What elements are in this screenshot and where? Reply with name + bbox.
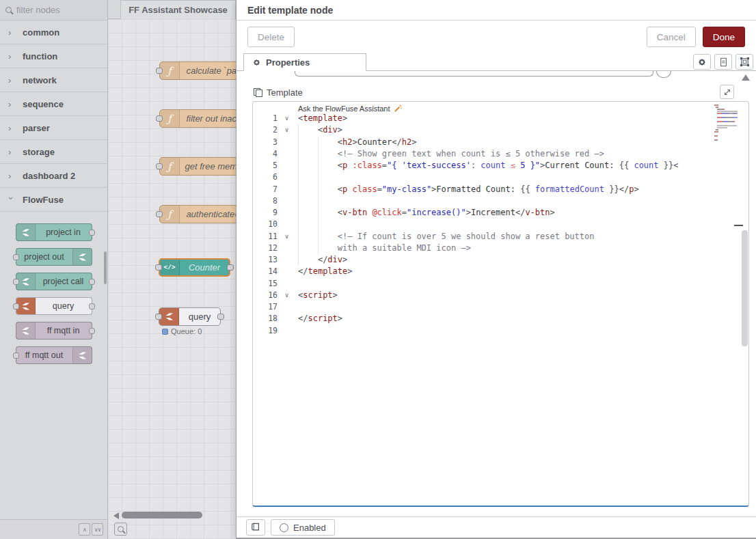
- editor-expand-button[interactable]: [720, 85, 734, 99]
- flowfuse-node-icon: [16, 273, 36, 290]
- document-icon: [719, 57, 728, 67]
- palette-category-sequence[interactable]: ›sequence: [0, 92, 107, 116]
- code-text[interactable]: [292, 301, 298, 313]
- gear-icon: [697, 57, 707, 67]
- palette-category-function[interactable]: ›function: [0, 44, 107, 68]
- flowfuse-node-icon: [72, 249, 92, 265]
- minimap-line: [714, 117, 739, 118]
- code-text[interactable]: [292, 195, 298, 207]
- palette-category-dashboard-2[interactable]: ›dashboard 2: [0, 164, 107, 188]
- code-text[interactable]: with a suitable MDI icon —>: [292, 243, 471, 254]
- minimap-line: [714, 111, 739, 112]
- canvas-search-button[interactable]: [114, 523, 127, 536]
- code-text[interactable]: <p :class="{ 'text-success': count ≤ 5 }…: [292, 160, 678, 171]
- flowfuse-icon: [20, 277, 31, 287]
- function-icon: ƒ: [160, 110, 180, 127]
- flowfuse-icon: [77, 350, 88, 361]
- code-icon: </>: [160, 260, 180, 275]
- tab-properties[interactable]: Properties: [243, 53, 366, 71]
- flow-node-get-free-memo[interactable]: ƒget free memo: [159, 157, 248, 176]
- code-text[interactable]: <!— Show green text when count is ≤ 5 ot…: [292, 148, 604, 160]
- node-red-editor: ›common›function›network›sequence›parser…: [0, 0, 756, 539]
- palette-search[interactable]: [0, 0, 107, 20]
- code-text[interactable]: </div>: [292, 254, 347, 266]
- flow-node-query[interactable]: query: [159, 307, 221, 326]
- code-text[interactable]: <p class="my-class">Formatted Count: {{ …: [292, 184, 639, 195]
- assistant-hint[interactable]: Ask the FlowFuse Assistant: [298, 104, 403, 113]
- palette-category-flowfuse[interactable]: ›FlowFuse: [0, 188, 107, 212]
- palette-node-project-out[interactable]: project out: [16, 248, 92, 266]
- scroll-up-indicator[interactable]: [742, 74, 750, 81]
- code-text[interactable]: <div>: [292, 124, 342, 136]
- input-port: [13, 254, 19, 260]
- done-button[interactable]: Done: [703, 27, 745, 47]
- palette-category-common[interactable]: ›common: [0, 20, 107, 44]
- delete-button[interactable]: Delete: [247, 27, 295, 47]
- chevron-right-icon: ›: [6, 197, 16, 203]
- palette-scrollbar[interactable]: [104, 251, 107, 284]
- code-text[interactable]: [292, 171, 298, 183]
- code-text[interactable]: </template>: [292, 266, 352, 277]
- search-input[interactable]: [16, 5, 92, 15]
- code-text[interactable]: <template>: [292, 113, 347, 124]
- palette-node-query[interactable]: query: [16, 297, 92, 315]
- palette-node-ff-mqtt-out[interactable]: ff mqtt out: [16, 346, 92, 364]
- book-icon: [251, 523, 260, 532]
- palette-expand-button[interactable]: ∨∨: [92, 523, 103, 536]
- minimap-line: [714, 107, 739, 108]
- code-text[interactable]: [292, 219, 298, 230]
- palette-category-storage[interactable]: ›storage: [0, 140, 107, 164]
- line-number: 12: [253, 243, 282, 254]
- node-palette: ›common›function›network›sequence›parser…: [0, 0, 108, 539]
- code-text[interactable]: [292, 278, 298, 290]
- code-text[interactable]: </script>: [292, 313, 342, 324]
- editor-minimap[interactable]: [714, 105, 739, 143]
- workspace-tab[interactable]: FF Assistant Showcase: [120, 0, 236, 19]
- flow-node-counter[interactable]: </>Counter: [159, 258, 230, 277]
- enabled-toggle-button[interactable]: Enabled: [271, 519, 335, 536]
- node-label: Counter: [180, 260, 229, 275]
- fold-toggle-icon[interactable]: ∨: [282, 124, 292, 136]
- properties-section-button[interactable]: [693, 54, 711, 70]
- minimap-line: [714, 133, 739, 135]
- name-field-remnant[interactable]: [295, 71, 653, 77]
- code-text[interactable]: <script>: [292, 290, 338, 301]
- line-number: 15: [253, 278, 282, 290]
- output-port: [217, 314, 224, 320]
- palette-node-project-in[interactable]: project in: [16, 223, 92, 241]
- code-line-5: 5 <p :class="{ 'text-success': count ≤ 5…: [253, 160, 748, 171]
- palette-category-network[interactable]: ›network: [0, 68, 107, 92]
- appearance-section-button[interactable]: [735, 54, 753, 70]
- fold-toggle-icon[interactable]: ∨: [282, 231, 292, 243]
- fold-toggle-icon[interactable]: ∨: [282, 113, 292, 124]
- palette-node-project-call[interactable]: project call: [16, 273, 92, 290]
- canvas-horizontal-scrollbar[interactable]: [108, 512, 236, 519]
- code-text[interactable]: <h2>Counter</h2>: [292, 137, 416, 148]
- flow-node-filter-out-inacti[interactable]: ƒfilter out inacti: [159, 109, 248, 128]
- palette-category-parser[interactable]: ›parser: [0, 116, 107, 140]
- icon-button-remnant: [656, 71, 671, 78]
- description-section-button[interactable]: [714, 54, 732, 70]
- code-text[interactable]: <v-btn @click="increase()">Increment</v-…: [292, 207, 555, 219]
- dialog-title: Edit template node: [237, 0, 756, 20]
- code-editor[interactable]: Ask the FlowFuse Assistant 1∨<template>2…: [252, 101, 749, 507]
- fold-toggle-icon: [282, 207, 292, 219]
- fold-toggle-icon[interactable]: ∨: [282, 290, 292, 301]
- flow-node-authenticateu[interactable]: ƒauthenticateU: [159, 205, 248, 223]
- palette-collapse-button[interactable]: ∧: [79, 523, 90, 536]
- line-number: 6: [253, 171, 282, 183]
- flow-node-calculate-pay[interactable]: ƒcalculate `pay: [159, 61, 248, 80]
- node-help-button[interactable]: [246, 519, 265, 536]
- scrollbar-thumb[interactable]: [122, 512, 202, 519]
- code-text[interactable]: [292, 325, 298, 337]
- code-line-8: 8: [253, 195, 748, 207]
- flowfuse-node-icon: [16, 322, 36, 339]
- palette-node-ff-mqtt-in[interactable]: ff mqtt in: [16, 322, 92, 340]
- code-text[interactable]: <!— If count is over 5 we should show a …: [292, 231, 594, 243]
- node-status: Queue: 0: [162, 327, 202, 335]
- fold-toggle-icon: [282, 195, 292, 207]
- fold-toggle-icon: [282, 301, 292, 313]
- input-port: [155, 264, 162, 271]
- cancel-button[interactable]: Cancel: [647, 27, 696, 47]
- input-port: [156, 115, 163, 122]
